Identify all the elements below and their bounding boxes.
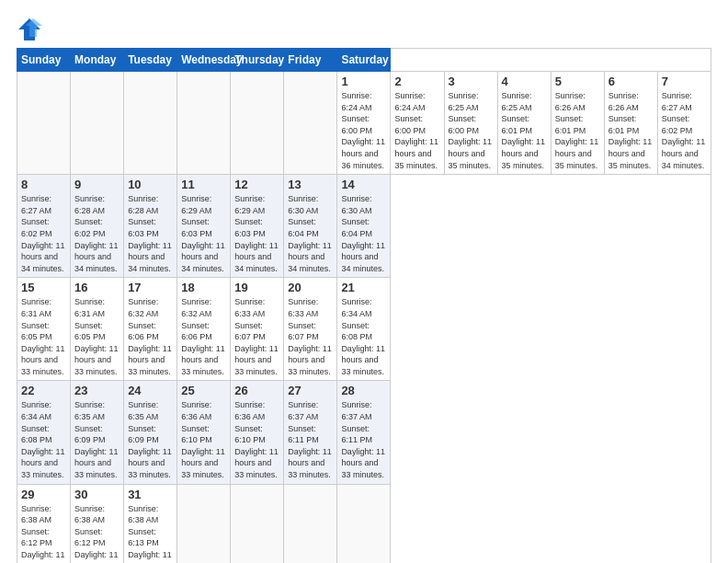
day-number: 26 xyxy=(234,384,279,397)
calendar-cell xyxy=(71,72,124,175)
day-number: 9 xyxy=(74,178,119,191)
day-info: Sunrise: 6:35 AM Sunset: 6:09 PM Dayligh… xyxy=(74,399,119,480)
calendar-cell: 24Sunrise: 6:35 AM Sunset: 6:09 PM Dayli… xyxy=(124,381,177,484)
calendar-cell xyxy=(124,72,177,175)
calendar-cell: 19Sunrise: 6:33 AM Sunset: 6:07 PM Dayli… xyxy=(231,278,284,381)
day-number: 8 xyxy=(21,178,66,191)
calendar-cell: 25Sunrise: 6:36 AM Sunset: 6:10 PM Dayli… xyxy=(177,381,231,484)
day-number: 11 xyxy=(181,178,226,191)
calendar-cell xyxy=(231,72,284,175)
calendar-week-4: 22Sunrise: 6:34 AM Sunset: 6:08 PM Dayli… xyxy=(17,381,711,484)
day-info: Sunrise: 6:34 AM Sunset: 6:08 PM Dayligh… xyxy=(21,399,66,480)
day-number: 24 xyxy=(128,384,173,397)
day-number: 27 xyxy=(288,384,333,397)
calendar-cell xyxy=(177,484,231,563)
calendar-cell: 4Sunrise: 6:25 AM Sunset: 6:01 PM Daylig… xyxy=(497,72,551,175)
calendar-cell: 15Sunrise: 6:31 AM Sunset: 6:05 PM Dayli… xyxy=(17,278,71,381)
calendar-week-1: 1Sunrise: 6:24 AM Sunset: 6:00 PM Daylig… xyxy=(17,72,711,175)
day-info: Sunrise: 6:38 AM Sunset: 6:12 PM Dayligh… xyxy=(21,503,66,563)
day-number: 31 xyxy=(128,488,173,501)
day-info: Sunrise: 6:24 AM Sunset: 6:00 PM Dayligh… xyxy=(341,90,386,171)
calendar-cell: 17Sunrise: 6:32 AM Sunset: 6:06 PM Dayli… xyxy=(124,278,177,381)
day-info: Sunrise: 6:37 AM Sunset: 6:11 PM Dayligh… xyxy=(288,399,333,480)
calendar-cell xyxy=(17,72,71,175)
calendar-cell: 12Sunrise: 6:29 AM Sunset: 6:03 PM Dayli… xyxy=(231,175,284,278)
calendar-cell: 30Sunrise: 6:38 AM Sunset: 6:12 PM Dayli… xyxy=(71,484,124,563)
calendar-week-3: 15Sunrise: 6:31 AM Sunset: 6:05 PM Dayli… xyxy=(17,278,711,381)
day-number: 10 xyxy=(128,178,173,191)
calendar-cell: 23Sunrise: 6:35 AM Sunset: 6:09 PM Dayli… xyxy=(71,381,124,484)
day-info: Sunrise: 6:33 AM Sunset: 6:07 PM Dayligh… xyxy=(288,296,333,377)
day-info: Sunrise: 6:28 AM Sunset: 6:03 PM Dayligh… xyxy=(128,193,173,274)
calendar-cell: 18Sunrise: 6:32 AM Sunset: 6:06 PM Dayli… xyxy=(177,278,231,381)
day-number: 20 xyxy=(288,281,333,294)
calendar-cell: 13Sunrise: 6:30 AM Sunset: 6:04 PM Dayli… xyxy=(284,175,337,278)
calendar-cell xyxy=(337,484,391,563)
day-number: 19 xyxy=(234,281,279,294)
calendar-cell: 29Sunrise: 6:38 AM Sunset: 6:12 PM Dayli… xyxy=(17,484,71,563)
calendar-header-row: SundayMondayTuesdayWednesdayThursdayFrid… xyxy=(17,49,711,72)
day-info: Sunrise: 6:35 AM Sunset: 6:09 PM Dayligh… xyxy=(128,399,173,480)
day-number: 6 xyxy=(609,75,654,88)
day-number: 14 xyxy=(341,178,386,191)
calendar-cell: 14Sunrise: 6:30 AM Sunset: 6:04 PM Dayli… xyxy=(337,175,391,278)
calendar-header-thursday: Thursday xyxy=(231,49,284,72)
day-info: Sunrise: 6:26 AM Sunset: 6:01 PM Dayligh… xyxy=(555,90,600,171)
day-number: 3 xyxy=(449,75,494,88)
day-info: Sunrise: 6:37 AM Sunset: 6:11 PM Dayligh… xyxy=(341,399,386,480)
day-info: Sunrise: 6:38 AM Sunset: 6:13 PM Dayligh… xyxy=(128,503,173,563)
day-info: Sunrise: 6:38 AM Sunset: 6:12 PM Dayligh… xyxy=(74,503,119,563)
day-info: Sunrise: 6:36 AM Sunset: 6:10 PM Dayligh… xyxy=(181,399,226,480)
day-info: Sunrise: 6:31 AM Sunset: 6:05 PM Dayligh… xyxy=(74,296,119,377)
calendar-cell: 6Sunrise: 6:26 AM Sunset: 6:01 PM Daylig… xyxy=(604,72,657,175)
day-number: 13 xyxy=(288,178,333,191)
day-info: Sunrise: 6:33 AM Sunset: 6:07 PM Dayligh… xyxy=(234,296,279,377)
header xyxy=(17,17,711,42)
day-number: 18 xyxy=(181,281,226,294)
day-info: Sunrise: 6:32 AM Sunset: 6:06 PM Dayligh… xyxy=(128,296,173,377)
day-info: Sunrise: 6:31 AM Sunset: 6:05 PM Dayligh… xyxy=(21,296,66,377)
day-info: Sunrise: 6:28 AM Sunset: 6:02 PM Dayligh… xyxy=(74,193,119,274)
calendar-cell: 26Sunrise: 6:36 AM Sunset: 6:10 PM Dayli… xyxy=(231,381,284,484)
calendar-cell xyxy=(177,72,231,175)
calendar-cell xyxy=(284,72,337,175)
day-number: 12 xyxy=(234,178,279,191)
calendar-header-monday: Monday xyxy=(71,49,124,72)
day-number: 1 xyxy=(341,75,386,88)
day-info: Sunrise: 6:32 AM Sunset: 6:06 PM Dayligh… xyxy=(181,296,226,377)
day-info: Sunrise: 6:27 AM Sunset: 6:02 PM Dayligh… xyxy=(21,193,66,274)
page: SundayMondayTuesdayWednesdayThursdayFrid… xyxy=(0,0,728,563)
day-number: 2 xyxy=(394,75,439,88)
day-info: Sunrise: 6:30 AM Sunset: 6:04 PM Dayligh… xyxy=(341,193,386,274)
calendar-header-saturday: Saturday xyxy=(337,49,391,72)
day-number: 7 xyxy=(662,75,707,88)
calendar-header-wednesday: Wednesday xyxy=(177,49,231,72)
calendar-week-5: 29Sunrise: 6:38 AM Sunset: 6:12 PM Dayli… xyxy=(17,484,711,563)
calendar-cell: 28Sunrise: 6:37 AM Sunset: 6:11 PM Dayli… xyxy=(337,381,391,484)
calendar-cell: 5Sunrise: 6:26 AM Sunset: 6:01 PM Daylig… xyxy=(551,72,604,175)
day-info: Sunrise: 6:29 AM Sunset: 6:03 PM Dayligh… xyxy=(234,193,279,274)
logo xyxy=(17,17,48,42)
day-info: Sunrise: 6:36 AM Sunset: 6:10 PM Dayligh… xyxy=(234,399,279,480)
day-number: 17 xyxy=(128,281,173,294)
day-info: Sunrise: 6:25 AM Sunset: 6:01 PM Dayligh… xyxy=(502,90,547,171)
calendar-cell: 9Sunrise: 6:28 AM Sunset: 6:02 PM Daylig… xyxy=(71,175,124,278)
calendar-table: SundayMondayTuesdayWednesdayThursdayFrid… xyxy=(17,48,711,563)
day-number: 21 xyxy=(341,281,386,294)
day-number: 22 xyxy=(21,384,66,397)
day-number: 29 xyxy=(21,488,66,501)
calendar-header-friday: Friday xyxy=(284,49,337,72)
day-info: Sunrise: 6:27 AM Sunset: 6:02 PM Dayligh… xyxy=(662,90,707,171)
logo-icon xyxy=(17,17,42,42)
calendar-cell xyxy=(231,484,284,563)
calendar-cell: 10Sunrise: 6:28 AM Sunset: 6:03 PM Dayli… xyxy=(124,175,177,278)
calendar-cell: 16Sunrise: 6:31 AM Sunset: 6:05 PM Dayli… xyxy=(71,278,124,381)
day-info: Sunrise: 6:25 AM Sunset: 6:00 PM Dayligh… xyxy=(449,90,494,171)
day-info: Sunrise: 6:34 AM Sunset: 6:08 PM Dayligh… xyxy=(341,296,386,377)
day-info: Sunrise: 6:30 AM Sunset: 6:04 PM Dayligh… xyxy=(288,193,333,274)
day-number: 28 xyxy=(341,384,386,397)
day-info: Sunrise: 6:29 AM Sunset: 6:03 PM Dayligh… xyxy=(181,193,226,274)
calendar-cell: 1Sunrise: 6:24 AM Sunset: 6:00 PM Daylig… xyxy=(337,72,391,175)
day-info: Sunrise: 6:26 AM Sunset: 6:01 PM Dayligh… xyxy=(609,90,654,171)
day-number: 4 xyxy=(502,75,547,88)
